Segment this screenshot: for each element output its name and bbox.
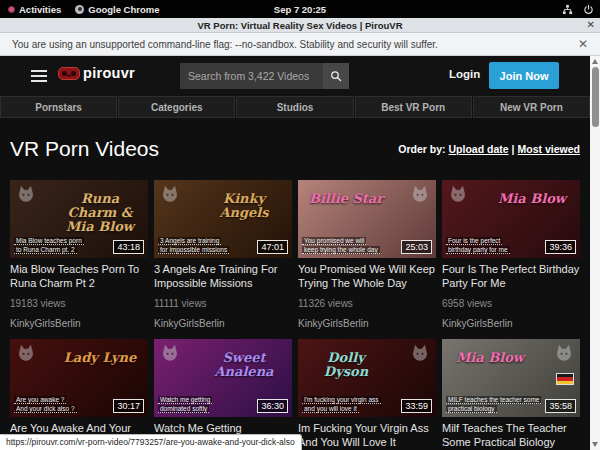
tab-close-icon[interactable]: ✕ [587, 19, 595, 30]
video-title-link[interactable]: Im Fucking Your Virgin Ass And You Will … [298, 422, 436, 449]
video-duration-badge: 36:30 [257, 399, 288, 413]
video-card[interactable]: Billie Star You promised we willkeep try… [298, 180, 436, 339]
video-thumbnail[interactable]: Lady Lyne Are you awake ?And your dick a… [10, 339, 148, 417]
page-title: VR Porn Videos [10, 137, 159, 161]
order-link-most-viewed[interactable]: Most viewed [518, 143, 580, 155]
video-thumbnail[interactable]: Dolly Dyson I'm fucking your virgin assa… [298, 339, 436, 417]
video-card[interactable]: Mia Blow MILF teaches the teacher somepr… [442, 339, 580, 450]
nav-item-categories[interactable]: Categories [118, 96, 235, 118]
video-title-link[interactable]: Four Is The Perfect Birthday Party For M… [442, 263, 580, 290]
video-studio-link[interactable]: KinkyGirlsBerlin [154, 318, 292, 329]
video-studio-link[interactable]: KinkyGirlsBerlin [442, 318, 580, 329]
thumbnail-caption-line: And your dick also ? [14, 405, 77, 413]
search-bar [180, 63, 349, 89]
video-duration-badge: 47:01 [257, 240, 288, 254]
scrollbar-up-arrow-icon[interactable] [592, 59, 598, 64]
page-heading-row: VR Porn Videos Order by: Upload date|Mos… [0, 118, 590, 180]
thumbnail-overlay-title: Mia Blow [448, 351, 532, 365]
network-icon[interactable] [562, 4, 573, 15]
thumbnail-caption-line: and you will love it [302, 405, 359, 413]
site-logo[interactable]: pirouvr [58, 65, 135, 81]
nav-item-new-vr-porn[interactable]: New VR Porn [473, 96, 590, 118]
search-icon [330, 70, 342, 82]
chrome-infobar: You are using an unsupported command-lin… [0, 33, 600, 56]
german-flag-icon [556, 373, 574, 385]
thumbnail-captions: 3 Angels are trainingfor impossible miss… [158, 237, 229, 254]
studio-watermark-cat-icon [16, 185, 36, 203]
thumbnail-overlay-title: Mia Blow [490, 192, 574, 206]
thumbnail-captions: You promised we willkeep trying the whol… [302, 237, 380, 254]
browser-tab-strip: VR Porn: Virtual Reality Sex Videos | Pi… [0, 18, 600, 33]
video-view-count: 19183 views [10, 298, 148, 309]
video-duration-badge: 30:17 [113, 399, 144, 413]
video-view-count: 11326 views [298, 298, 436, 309]
thumbnail-captions: Are you awake ?And your dick also ? [14, 396, 77, 413]
thumbnail-caption-line: I'm fucking your virgin ass [302, 396, 381, 404]
thumbnail-caption-line: birthday party for me [446, 246, 510, 254]
video-thumbnail[interactable]: Mia Blow Four is the perfectbirthday par… [442, 180, 580, 258]
video-duration-badge: 43:18 [113, 240, 144, 254]
video-card[interactable]: Dolly Dyson I'm fucking your virgin assa… [298, 339, 436, 450]
order-by-label: Order by: [398, 143, 445, 155]
status-url-bubble: https://pirouvr.com/vr-porn-video/779325… [0, 434, 302, 450]
order-link-upload-date[interactable]: Upload date [449, 143, 509, 155]
thumbnail-caption-line: Watch me getting [158, 396, 212, 404]
infobar-close-icon[interactable]: ✕ [578, 37, 588, 51]
infobar-message: You are using an unsupported command-lin… [0, 39, 438, 50]
thumbnail-overlay-title: Lady Lyne [58, 351, 142, 365]
nav-item-pornstars[interactable]: Pornstars [0, 96, 117, 118]
video-title-link[interactable]: You Promised We Will Keep Trying The Who… [298, 263, 436, 290]
join-now-button[interactable]: Join Now [489, 62, 559, 89]
thumbnail-caption-line: Four is the perfect [446, 237, 502, 245]
video-duration-badge: 25:03 [401, 240, 432, 254]
video-thumbnail[interactable]: Runa Charm & Mia Blow Mia Blow teaches p… [10, 180, 148, 258]
screen: Activities Google Chrome Sep 7 20:25 VR … [0, 0, 600, 450]
video-title-link[interactable]: Milf Teaches The Teacher Some Practical … [442, 422, 580, 449]
thumbnail-caption-line: to Runa Charm pt. 2 [14, 246, 77, 254]
clock[interactable]: Sep 7 20:25 [274, 4, 326, 15]
power-icon[interactable] [583, 4, 594, 15]
thumbnail-overlay-title: Billie Star [304, 192, 388, 206]
scrollbar-down-arrow-icon[interactable] [592, 442, 598, 447]
video-title-link[interactable]: Mia Blow Teaches Porn To Runa Charm Pt 2 [10, 263, 148, 290]
thumbnail-caption-line: dominated softly [158, 405, 209, 413]
chrome-icon [75, 5, 84, 14]
video-view-count: 11111 views [154, 298, 292, 309]
search-button[interactable] [323, 63, 349, 89]
scrollbar[interactable] [590, 56, 600, 450]
thumbnail-overlay-title: Sweet Analena [202, 351, 286, 379]
nav-item-best-vr-porn[interactable]: Best VR Porn [355, 96, 472, 118]
video-studio-link[interactable]: KinkyGirlsBerlin [298, 318, 436, 329]
thumbnail-caption-line: keep trying the whole day [302, 246, 380, 254]
video-grid: Runa Charm & Mia Blow Mia Blow teaches p… [10, 180, 580, 450]
app-menu-google-chrome[interactable]: Google Chrome [75, 4, 159, 15]
video-card[interactable]: Mia Blow Four is the perfectbirthday par… [442, 180, 580, 339]
search-input[interactable] [180, 63, 323, 89]
login-link[interactable]: Login [449, 68, 480, 80]
thumbnail-overlay-title: Runa Charm & Mia Blow [58, 192, 142, 234]
video-duration-badge: 35:58 [545, 399, 576, 413]
studio-watermark-cat-icon [16, 344, 36, 362]
order-separator: | [509, 143, 518, 155]
video-studio-link[interactable]: KinkyGirlsBerlin [10, 318, 148, 329]
studio-watermark-cat-icon [410, 185, 430, 203]
system-top-bar: Activities Google Chrome Sep 7 20:25 [0, 0, 600, 18]
video-card[interactable]: Runa Charm & Mia Blow Mia Blow teaches p… [10, 180, 148, 339]
video-thumbnail[interactable]: Sweet Analena Watch me gettingdominated … [154, 339, 292, 417]
hamburger-menu-icon[interactable] [31, 70, 47, 82]
video-title-link[interactable]: 3 Angels Are Training For Impossible Mis… [154, 263, 292, 290]
scrollbar-thumb[interactable] [592, 67, 599, 127]
studio-watermark-cat-icon [160, 185, 180, 203]
video-duration-badge: 33:59 [401, 399, 432, 413]
recording-indicator-icon [8, 6, 15, 13]
video-thumbnail[interactable]: Billie Star You promised we willkeep try… [298, 180, 436, 258]
nav-item-studios[interactable]: Studios [236, 96, 353, 118]
video-card[interactable]: Kinky Angels 3 Angels are trainingfor im… [154, 180, 292, 339]
video-thumbnail[interactable]: Kinky Angels 3 Angels are trainingfor im… [154, 180, 292, 258]
thumbnail-caption-line: for impossible missions [158, 246, 229, 254]
activities-button[interactable]: Activities [8, 4, 61, 15]
studio-watermark-cat-icon [160, 344, 180, 362]
thumbnail-overlay-title: Dolly Dyson [304, 351, 388, 379]
video-thumbnail[interactable]: Mia Blow MILF teaches the teacher somepr… [442, 339, 580, 417]
thumbnail-caption-line: practical biology [446, 405, 497, 413]
